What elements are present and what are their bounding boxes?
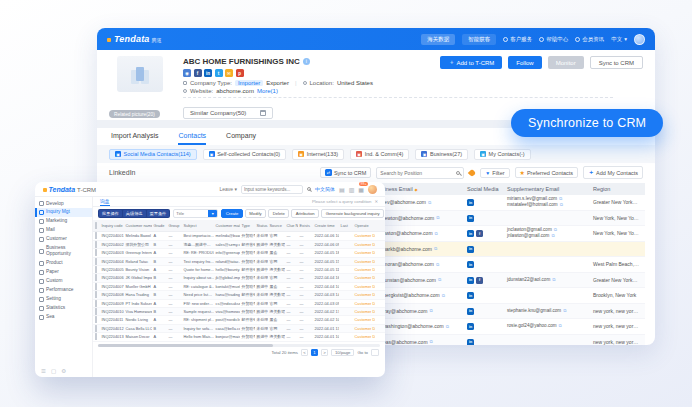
toolbar-button-generate-background-inquiry[interactable]: Generate background inquiry bbox=[321, 209, 384, 218]
sidebar-item-paper[interactable]: Paper bbox=[35, 268, 92, 277]
customer-detail-link[interactable]: Customer Detail bbox=[355, 301, 376, 306]
next-page-button[interactable]: > bbox=[321, 349, 328, 356]
linkedin-icon[interactable]: in bbox=[467, 339, 474, 346]
linkedin-icon[interactable]: in bbox=[467, 323, 474, 330]
current-page-button[interactable]: 1 bbox=[311, 349, 318, 356]
goto-page-input[interactable] bbox=[371, 349, 379, 356]
chevron-down-icon[interactable]: ▾ bbox=[208, 210, 217, 217]
row-checkbox[interactable] bbox=[95, 232, 97, 239]
customer-detail-link[interactable]: Customer Detail bbox=[355, 242, 376, 247]
row-checkbox[interactable] bbox=[95, 300, 97, 307]
keyword-search[interactable] bbox=[241, 185, 303, 194]
copy-icon[interactable]: ⧉ bbox=[446, 324, 449, 329]
linkedin-icon[interactable]: in bbox=[467, 215, 474, 222]
home-icon[interactable]: ▢ bbox=[51, 368, 56, 374]
row-checkbox[interactable] bbox=[95, 333, 97, 340]
table-row[interactable]: INQ2204010Viva HomewareB—Sample request…… bbox=[93, 308, 385, 316]
copy-icon[interactable]: ⧉ bbox=[554, 227, 557, 233]
sidebar-item-inquiry-mgt[interactable]: Inquiry Mgt bbox=[35, 208, 92, 217]
copy-icon[interactable]: ⧉ bbox=[430, 308, 433, 313]
copy-icon[interactable]: ⧉ bbox=[560, 202, 563, 208]
sidebar-item-custom[interactable]: Custom bbox=[35, 277, 92, 286]
website-icon[interactable]: ◉ bbox=[183, 69, 191, 77]
nav-button[interactable]: 海关数据 bbox=[421, 34, 455, 45]
table-row[interactable]: INQ2204007Mueller GmbHA—RE: catalogue &…… bbox=[93, 283, 385, 291]
select-all-checkbox[interactable] bbox=[95, 222, 97, 229]
customer-detail-link[interactable]: Customer Detail bbox=[355, 292, 376, 297]
row-checkbox[interactable] bbox=[95, 308, 97, 315]
customer-detail-link[interactable]: Customer Detail bbox=[355, 284, 376, 289]
notifications[interactable]: ▦ 99+ bbox=[358, 186, 364, 193]
sidebar-item-marketing[interactable]: Marketing bbox=[35, 217, 92, 226]
table-row[interactable]: INQ2204003Greenup Internat…A—RE: RE: PRO… bbox=[93, 249, 385, 257]
row-checkbox[interactable] bbox=[95, 258, 97, 265]
row-checkbox[interactable] bbox=[95, 274, 97, 281]
customer-detail-link[interactable]: Customer Detail bbox=[355, 317, 376, 322]
tab-contacts[interactable]: Contacts bbox=[178, 128, 206, 145]
customer-detail-link[interactable]: Customer Detail bbox=[355, 334, 376, 339]
customer-detail-link[interactable]: Customer Detail bbox=[355, 309, 376, 314]
filter-chip[interactable]: ▣Self-collected Contacts(0) bbox=[203, 149, 286, 160]
filter-chip[interactable]: ▣Internet(133) bbox=[292, 149, 344, 160]
sidebar-item-setting[interactable]: Setting bbox=[35, 295, 92, 304]
table-row[interactable]: INQ2204005Bounty VisionA—Quote for home…… bbox=[93, 266, 385, 274]
prev-page-button[interactable]: < bbox=[301, 349, 308, 356]
synchronize-to-crm-button[interactable]: Synchronize to CRM bbox=[511, 109, 663, 137]
customer-detail-link[interactable]: Customer Detail bbox=[355, 250, 376, 255]
copy-icon[interactable]: ⧉ bbox=[559, 196, 562, 202]
filter-chip[interactable]: ▣Ind. & Comm(4) bbox=[350, 149, 409, 160]
per-page-select[interactable]: 10/page bbox=[331, 349, 355, 356]
nav-link[interactable]: 帮助中心 bbox=[539, 36, 568, 43]
copy-icon[interactable]: ⧉ bbox=[436, 215, 439, 220]
tab-company[interactable]: Company bbox=[226, 128, 256, 145]
linkedin-icon[interactable]: in bbox=[204, 69, 212, 77]
hot-icon[interactable] bbox=[468, 168, 476, 176]
table-row[interactable]: INQ2204013Maison DecorA—Hello from Mais…… bbox=[93, 333, 385, 341]
customer-detail-link[interactable]: Customer Detail bbox=[355, 259, 376, 264]
pinterest-icon[interactable]: p bbox=[236, 69, 244, 77]
scrollbar-thumb[interactable] bbox=[98, 344, 273, 347]
linkedin-icon[interactable]: in bbox=[467, 292, 474, 299]
copy-icon[interactable]: ⧉ bbox=[438, 277, 441, 282]
toolbar-button-modify[interactable]: Modify bbox=[245, 209, 266, 218]
exporter-tag[interactable]: Exporter bbox=[266, 80, 289, 86]
bulk-action-button[interactable]: 批量操作 bbox=[99, 210, 122, 217]
title-filter[interactable]: ▾ bbox=[173, 209, 218, 218]
copy-icon[interactable]: ⧉ bbox=[559, 323, 562, 329]
add-my-contacts-button[interactable]: ＋ Add My Contacts bbox=[583, 166, 643, 179]
search-icon[interactable] bbox=[456, 171, 460, 175]
inquiry-tab[interactable]: 询盘 bbox=[100, 197, 110, 206]
filter-chip[interactable]: ▣Business(27) bbox=[415, 149, 468, 160]
title-filter-input[interactable] bbox=[174, 211, 208, 216]
nav-link[interactable]: 客户服务 bbox=[503, 36, 532, 43]
copy-icon[interactable]: ⧉ bbox=[442, 293, 445, 298]
sync-to-crm-chip[interactable]: ⇄ Sync to CRM bbox=[320, 167, 371, 178]
email-icon[interactable]: ✉ bbox=[225, 69, 233, 77]
sidebar-item-business-opportunity[interactable]: Business Opportunity bbox=[35, 244, 92, 259]
user-avatar[interactable] bbox=[368, 185, 377, 194]
keyword-search-input[interactable] bbox=[244, 187, 300, 192]
table-row[interactable]: INQ2204001Melinda BawolA—Best importacio… bbox=[93, 232, 385, 240]
settings-icon[interactable]: ⚙ bbox=[61, 368, 66, 374]
table-row[interactable]: INQ2204002深圳外贸公司B—询盘…跟进中…sales@szmy.cn邮件… bbox=[93, 241, 385, 249]
similar-company-select[interactable]: Similar Company(50) bbox=[183, 107, 273, 119]
linkedin-icon[interactable]: in bbox=[467, 199, 474, 206]
copy-icon[interactable]: ⧉ bbox=[552, 277, 555, 283]
sort-icon[interactable]: ◆ bbox=[415, 187, 418, 192]
linkedin-icon[interactable]: in bbox=[467, 261, 474, 268]
table-row[interactable]: INQ2204008Hana TradingB—Need price list…… bbox=[93, 291, 385, 299]
action-button-follow[interactable]: Follow bbox=[508, 56, 541, 69]
menu-icon[interactable]: ☰ bbox=[41, 368, 46, 374]
nav-link[interactable]: 会员资讯 bbox=[575, 36, 604, 43]
action-button-add-to-t-crm[interactable]: ＋Add to T-CRM bbox=[440, 56, 502, 69]
table-row[interactable]: INQ2204004Roland TatacB—Test enquiry fro… bbox=[93, 258, 385, 266]
nav-lang-switch[interactable]: 中文 ▾ bbox=[611, 36, 627, 43]
sidebar-item-customer[interactable]: Customer bbox=[35, 235, 92, 244]
copy-icon[interactable]: ⧉ bbox=[551, 233, 554, 239]
toolbar-button-attribution[interactable]: Attribution bbox=[291, 209, 319, 218]
row-checkbox[interactable] bbox=[95, 325, 97, 332]
linkedin-icon[interactable]: in bbox=[467, 277, 474, 284]
filter-button[interactable]: ▼ Filter bbox=[480, 168, 509, 178]
website-value[interactable]: abchome.com bbox=[216, 88, 254, 94]
grid-icon[interactable]: ▥ bbox=[349, 186, 355, 193]
